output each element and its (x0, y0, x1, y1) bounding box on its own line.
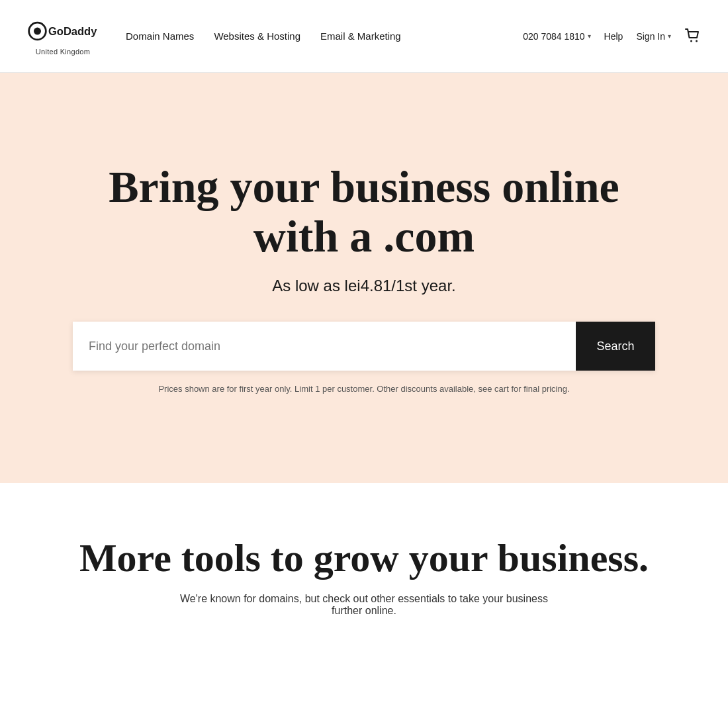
nav-links: Domain Names Websites & Hosting Email & … (126, 30, 401, 42)
nav-link-domain-names[interactable]: Domain Names (126, 30, 194, 42)
nav-link-email-marketing[interactable]: Email & Marketing (320, 30, 401, 42)
phone-number-text: 020 7084 1810 (523, 31, 584, 42)
navbar-left: GoDaddy United Kingdom Domain Names Webs… (26, 17, 401, 56)
svg-point-1 (34, 28, 41, 35)
more-tools-section: More tools to grow your business. We're … (0, 483, 728, 657)
domain-search-input[interactable] (73, 322, 576, 371)
phone-number[interactable]: 020 7084 1810 ▾ (523, 31, 590, 42)
sign-in-chevron-icon: ▾ (668, 32, 671, 40)
logo-subtitle: United Kingdom (36, 48, 90, 56)
more-tools-title: More tools to grow your business. (79, 536, 649, 580)
navbar-right: 020 7084 1810 ▾ Help Sign In ▾ (523, 28, 702, 45)
more-tools-subtitle: We're known for domains, but check out o… (172, 593, 556, 617)
godaddy-logo: GoDaddy (26, 17, 99, 46)
sign-in-label: Sign In (636, 31, 665, 42)
hero-subtitle: As low as lei4.81/1st year. (272, 277, 455, 295)
hero-title: Bring your business online with a .com (66, 162, 662, 261)
nav-item-websites-hosting[interactable]: Websites & Hosting (214, 30, 300, 42)
svg-point-3 (690, 40, 692, 42)
help-link[interactable]: Help (604, 31, 623, 42)
pricing-note: Prices shown are for first year only. Li… (158, 384, 569, 394)
phone-chevron-icon: ▾ (588, 32, 591, 40)
navbar: GoDaddy United Kingdom Domain Names Webs… (0, 0, 728, 73)
cart-icon[interactable] (684, 28, 702, 45)
nav-item-email-marketing[interactable]: Email & Marketing (320, 30, 401, 42)
search-button[interactable]: Search (576, 322, 655, 371)
sign-in-button[interactable]: Sign In ▾ (636, 31, 671, 42)
domain-search-container: Search (73, 322, 655, 371)
logo-container[interactable]: GoDaddy United Kingdom (26, 17, 99, 56)
nav-link-websites-hosting[interactable]: Websites & Hosting (214, 30, 300, 42)
nav-item-domain-names[interactable]: Domain Names (126, 30, 194, 42)
hero-section: Bring your business online with a .com A… (0, 73, 728, 483)
svg-point-4 (696, 40, 698, 42)
svg-text:GoDaddy: GoDaddy (48, 25, 97, 37)
